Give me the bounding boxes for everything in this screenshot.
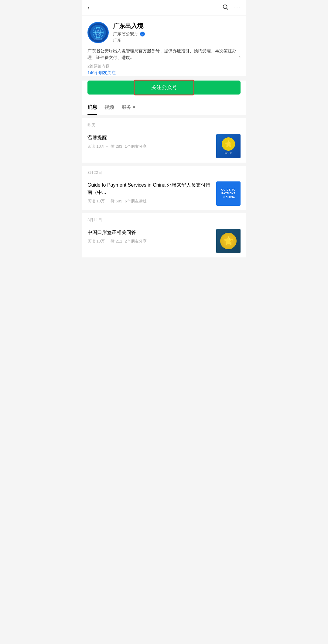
nav-right: ··· <box>222 4 241 12</box>
avatar: 广东出入境 <box>87 22 109 43</box>
article-meta-visa: 阅读 10万 + 赞 211 2个朋友分享 <box>87 239 213 244</box>
profile-description[interactable]: 广东省公安厅出入境管理局官方服务号，提供办证指引、预约受理、再次签注办理、证件费… <box>87 47 241 61</box>
nav-bar: ‹ ··· <box>82 0 246 16</box>
profile-sub: 广东省公安厅 ✓ <box>113 31 241 37</box>
article-content: 温馨提醒 阅读 10万 + 赞 283 1个朋友分享 <box>87 134 213 149</box>
article-inner: 温馨提醒 阅读 10万 + 赞 283 1个朋友分享 ⭐ 省公安 <box>87 134 241 158</box>
shares-payment: 6个朋友读过 <box>125 198 147 204</box>
article-content-payment: Guide to Payment Services in China 外籍来华人… <box>87 181 213 204</box>
search-icon[interactable] <box>222 4 229 12</box>
profile-location: 广东 <box>113 38 241 43</box>
date-march22: 3月22日 <box>82 166 246 177</box>
profile-friends-count[interactable]: 146个朋友关注 <box>87 70 241 76</box>
likes-wenjin: 赞 283 <box>111 144 122 149</box>
profile-header: 广东出入境 广东出入境 广东省公安厅 ✓ 广东 <box>87 22 241 43</box>
tab-services-label: 服务 <box>121 105 131 110</box>
date-yesterday: 昨天 <box>82 118 246 130</box>
reads-wenjin: 阅读 10万 + <box>87 144 108 149</box>
article-meta-wenjin: 阅读 10万 + 赞 283 1个朋友分享 <box>87 144 213 149</box>
svg-line-1 <box>227 8 228 9</box>
profile-name: 广东出入境 <box>113 22 241 30</box>
tab-messages-label: 消息 <box>87 105 97 110</box>
article-payment[interactable]: Guide to Payment Services in China 外籍来华人… <box>82 177 246 210</box>
tab-video-label: 视频 <box>104 105 114 110</box>
tab-video[interactable]: 视频 <box>104 100 114 115</box>
profile-info: 广东出入境 广东省公安厅 ✓ 广东 <box>113 22 241 43</box>
article-inner-visa: 中国口岸签证相关问答 阅读 10万 + 赞 211 2个朋友分享 ⭐ <box>87 229 241 253</box>
svg-text:广东出入境: 广东出入境 <box>94 38 102 40</box>
section-yesterday: 昨天 温馨提醒 阅读 10万 + 赞 283 1个朋友分享 ⭐ 省公安 <box>82 118 246 163</box>
svg-point-0 <box>223 5 227 9</box>
tabs-container: 消息 视频 服务 ≡ <box>82 100 246 115</box>
police-text: 省公安 <box>224 151 232 155</box>
follow-button-label: 关注公众号 <box>151 84 177 91</box>
section-march22: 3月22日 Guide to Payment Services in China… <box>82 166 246 210</box>
shares-visa: 2个朋友分享 <box>125 239 147 244</box>
article-meta-payment: 阅读 10万 + 赞 585 6个朋友读过 <box>87 198 213 204</box>
bottom-space <box>82 260 246 273</box>
likes-visa: 赞 211 <box>111 239 122 244</box>
article-title-payment: Guide to Payment Services in China 外籍来华人… <box>87 181 213 196</box>
section-march11: 3月11日 中国口岸签证相关问答 阅读 10万 + 赞 211 2个朋友分享 ⭐ <box>82 213 246 257</box>
thumbnail-wenjin: ⭐ 省公安 <box>216 134 241 158</box>
follow-btn-container: 关注公众号 <box>82 81 246 100</box>
article-wenjin[interactable]: 温馨提醒 阅读 10万 + 赞 283 1个朋友分享 ⭐ 省公安 <box>82 130 246 163</box>
tab-messages[interactable]: 消息 <box>87 100 97 115</box>
article-inner-payment: Guide to Payment Services in China 外籍来华人… <box>87 181 241 206</box>
profile-section: 广东出入境 广东出入境 广东省公安厅 ✓ 广东 广东省公安厅出入境管理局官方服务… <box>82 16 246 76</box>
police-emblem: ⭐ <box>222 137 235 151</box>
article-title-visa: 中国口岸签证相关问答 <box>87 229 213 236</box>
follow-button[interactable]: 关注公众号 <box>87 81 241 95</box>
org-name: 广东省公安厅 <box>113 31 138 37</box>
article-content-visa: 中国口岸签证相关问答 阅读 10万 + 赞 211 2个朋友分享 <box>87 229 213 244</box>
tab-services[interactable]: 服务 ≡ <box>121 100 135 115</box>
reads-visa: 阅读 10万 + <box>87 239 108 244</box>
more-icon[interactable]: ··· <box>234 5 241 11</box>
article-title-wenjin: 温馨提醒 <box>87 134 213 141</box>
thumbnail-payment: GUIDE TO PAYMENT IN CHINA <box>216 181 241 206</box>
back-icon[interactable]: ‹ <box>87 4 90 11</box>
shares-wenjin: 1个朋友分享 <box>125 144 147 149</box>
likes-payment: 赞 585 <box>111 198 122 204</box>
payment-text-line1: GUIDE TO PAYMENT IN CHINA <box>221 188 235 199</box>
thumbnail-visa: ⭐ <box>216 229 241 253</box>
expand-arrow-icon[interactable]: › <box>239 53 241 61</box>
profile-desc-text: 广东省公安厅出入境管理局官方服务号，提供办证指引、预约受理、再次签注办理、证件费… <box>87 47 238 61</box>
verified-badge: ✓ <box>140 32 145 36</box>
visa-emblem: ⭐ <box>220 233 237 249</box>
tab-menu-icon: ≡ <box>132 105 135 110</box>
article-visa[interactable]: 中国口岸签证相关问答 阅读 10万 + 赞 211 2个朋友分享 ⭐ <box>82 225 246 257</box>
nav-left: ‹ <box>87 4 90 11</box>
reads-payment: 阅读 10万 + <box>87 198 108 204</box>
date-march11: 3月11日 <box>82 213 246 225</box>
profile-original-content: 2篇原创内容 <box>87 64 241 69</box>
